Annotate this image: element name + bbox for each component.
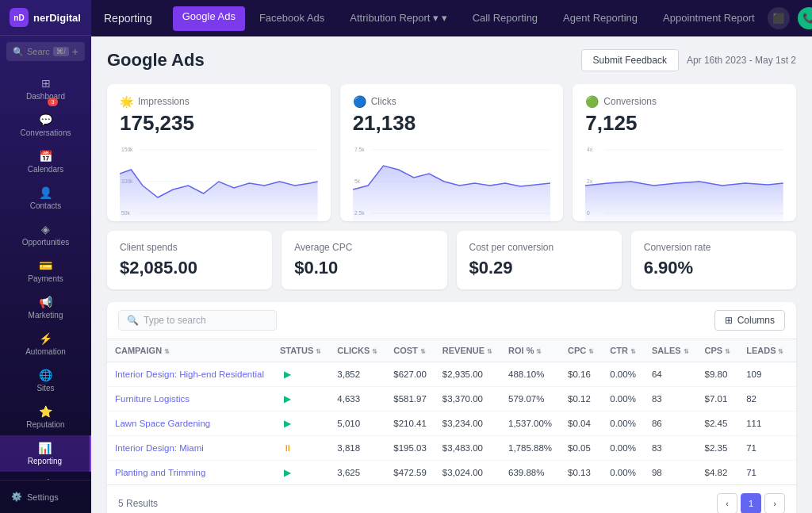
chart-area-conversions: 4x 2x 0	[585, 142, 783, 221]
stat-card-average-cpc: Average CPC $0.10	[282, 231, 446, 289]
tab-attribution-report[interactable]: Attribution Report ▾	[337, 2, 459, 36]
table-search[interactable]: 🔍	[118, 310, 277, 331]
stat-value-average-cpc: $0.10	[294, 258, 434, 278]
table-toolbar: 🔍 ⊞ Columns	[107, 302, 796, 339]
sidebar-item-contacts[interactable]: 👤 Contacts	[0, 180, 91, 216]
sort-icon-clicks: ⇅	[372, 348, 377, 355]
calendars-label: Calendars	[28, 165, 64, 174]
stat-cards: Client spends $2,085.00 Average CPC $0.1…	[107, 231, 796, 289]
dashboard-label: Dashboard	[26, 92, 65, 101]
submit-feedback-button[interactable]: Submit Feedback	[581, 49, 679, 71]
sidebar-item-marketing[interactable]: 📢 Marketing	[0, 289, 91, 326]
chart-svg-impressions: 150k 100k 50k	[120, 142, 318, 221]
sidebar-item-sites[interactable]: 🌐 Sites	[0, 362, 91, 399]
th-campaign[interactable]: CAMPAIGN⇅	[107, 339, 272, 362]
th-cpc[interactable]: CPC⇅	[560, 339, 602, 362]
table-row: Interior Design: Miami⏸3,818$195.03$3,48…	[107, 436, 796, 461]
status-icon: ⏸	[280, 442, 296, 454]
search-shortcut: ⌘/	[53, 47, 69, 56]
sort-icon-roi: ⇅	[536, 348, 542, 355]
sidebar-item-calendars[interactable]: 📅 Calendars	[0, 144, 91, 180]
campaign-revenue: $3,024.00	[435, 461, 500, 485]
pagination: ‹ 1 ›	[717, 493, 785, 513]
table-row: Planting and Trimming▶3,625$472.59$3,024…	[107, 461, 796, 485]
campaign-cpl: $1.90	[791, 412, 796, 436]
tab-facebook-ads[interactable]: Facebook Ads	[247, 2, 337, 36]
campaign-name[interactable]: Interior Design: High-end Residential	[107, 362, 272, 387]
metric-card-clicks: 🔵 Clicks 21,138 7.5k 5k 2.5k	[340, 84, 564, 221]
campaign-cps: $4.82	[697, 461, 739, 485]
chart-area-impressions: 150k 100k 50k	[120, 142, 318, 221]
campaign-status: ▶	[272, 461, 329, 485]
screen-share-icon[interactable]: ⬛	[768, 7, 790, 29]
campaign-name[interactable]: Furniture Logistics	[107, 387, 272, 412]
sidebar-item-reputation[interactable]: ⭐ Reputation	[0, 399, 91, 435]
th-sales[interactable]: SALES⇅	[644, 339, 697, 362]
sidebar-item-dashboard[interactable]: ⊞ Dashboard	[0, 71, 91, 107]
opportunities-icon: ◈	[41, 223, 50, 235]
campaign-ctr: 0.00%	[602, 362, 644, 387]
reporting-label: Reporting	[28, 457, 62, 465]
th-cpl[interactable]: CPL⇅	[791, 339, 796, 362]
search-input[interactable]	[27, 47, 50, 56]
th-roi[interactable]: ROI %⇅	[500, 339, 560, 362]
sidebar-item-payments[interactable]: 💳 Payments	[0, 253, 91, 289]
campaign-name[interactable]: Planting and Trimming	[107, 461, 272, 485]
date-range: Apr 16th 2023 - May 1st 2	[687, 55, 796, 66]
columns-icon: ⊞	[725, 315, 733, 326]
campaign-revenue: $3,483.00	[435, 436, 500, 461]
campaign-cpl: $7.10	[791, 387, 796, 412]
columns-button[interactable]: ⊞ Columns	[714, 310, 785, 331]
automation-icon: ⚡	[39, 332, 52, 345]
payments-icon: 💳	[39, 259, 52, 272]
settings-item[interactable]: ⚙️ Settings	[6, 487, 85, 507]
tab-google-ads[interactable]: Google Ads	[173, 6, 245, 31]
th-cps[interactable]: CPS⇅	[697, 339, 739, 362]
stat-value-cost-per-conversion: $0.29	[469, 258, 609, 278]
topbar-title: Reporting	[104, 12, 162, 25]
th-status[interactable]: STATUS⇅	[272, 339, 329, 362]
th-ctr[interactable]: CTR⇅	[602, 339, 644, 362]
metric-label-impressions: Impressions	[138, 96, 190, 107]
tab-appointment-report[interactable]: Appointment Report	[650, 2, 768, 36]
campaign-roi: 488.10%	[500, 362, 560, 387]
tab-agent-reporting[interactable]: Agent Reporting	[550, 2, 650, 36]
next-page-button[interactable]: ›	[764, 493, 785, 513]
stat-label-average-cpc: Average CPC	[294, 242, 434, 253]
marketing-label: Marketing	[29, 311, 63, 320]
prev-page-button[interactable]: ‹	[717, 493, 737, 513]
sidebar-item-automation[interactable]: ⚡ Automation	[0, 326, 91, 362]
th-clicks[interactable]: CLICKS⇅	[329, 339, 385, 362]
tab-call-reporting[interactable]: Call Reporting	[460, 2, 550, 36]
metric-label-conversions: Conversions	[603, 96, 657, 107]
metric-value-conversions: 7,125	[585, 111, 783, 136]
sort-icon-status: ⇅	[316, 348, 321, 355]
table-body: Interior Design: High-end Residential▶3,…	[107, 362, 796, 485]
results-count: 5 Results	[118, 498, 158, 509]
contacts-icon: 👤	[39, 186, 52, 199]
metric-label-clicks: Clicks	[371, 96, 396, 107]
campaign-clicks: 5,010	[329, 412, 385, 436]
th-leads[interactable]: LEADS⇅	[738, 339, 791, 362]
sort-icon-revenue: ⇅	[487, 348, 492, 355]
add-icon[interactable]: +	[72, 45, 79, 58]
sidebar-item-opportunities[interactable]: ◈ Opportunities	[0, 216, 91, 253]
sidebar-item-reporting[interactable]: 📊 Reporting	[0, 435, 91, 472]
campaign-cost: $581.97	[385, 387, 435, 412]
page-1-button[interactable]: 1	[741, 493, 761, 513]
campaign-name[interactable]: Interior Design: Miami	[107, 436, 272, 461]
notification-bell[interactable]: 📞 20	[798, 7, 812, 29]
table-search-input[interactable]	[144, 315, 268, 326]
th-revenue[interactable]: REVENUE⇅	[435, 339, 500, 362]
campaign-name[interactable]: Lawn Space Gardening	[107, 412, 272, 436]
logo-icon: nD	[10, 8, 29, 27]
campaign-revenue: $2,935.00	[435, 362, 500, 387]
campaign-status: ▶	[272, 387, 329, 412]
sidebar-search[interactable]: 🔍 ⌘/ +	[6, 42, 85, 61]
sidebar-item-manage-ads[interactable]: 📣 Manage Ads	[0, 472, 91, 480]
table-row: Interior Design: High-end Residential▶3,…	[107, 362, 796, 387]
status-icon: ▶	[280, 393, 296, 404]
topbar-right: ⬛ 📞 20 U	[768, 7, 812, 29]
sidebar-item-conversations[interactable]: 💬 3 Conversations	[0, 107, 91, 144]
th-cost[interactable]: COST⇅	[385, 339, 435, 362]
